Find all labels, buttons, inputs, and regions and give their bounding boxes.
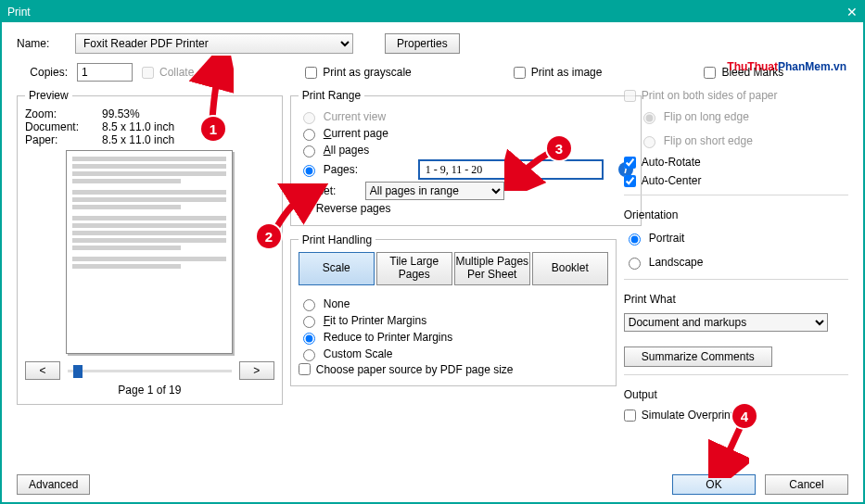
- flip-long-radio: Flip on long edge: [639, 109, 848, 124]
- fit-radio[interactable]: Fit to Printer Margins: [299, 313, 608, 328]
- current-view-radio: Current view: [299, 109, 633, 124]
- auto-center-checkbox[interactable]: Auto-Center: [624, 174, 848, 187]
- watermark: ThuThuatPhanMem.vn: [727, 52, 846, 76]
- subset-select[interactable]: All pages in range: [365, 182, 504, 200]
- callout-3: 3: [547, 136, 571, 160]
- all-pages-radio[interactable]: All pages: [299, 143, 633, 158]
- preview-group: Preview Zoom:99.53% Document:8.5 x 11.0 …: [17, 89, 283, 405]
- close-icon[interactable]: ✕: [846, 5, 858, 19]
- window-title: Print: [7, 6, 31, 19]
- current-page-radio[interactable]: Current page: [299, 126, 633, 141]
- output-label: Output: [624, 388, 848, 401]
- print-as-image-checkbox[interactable]: Print as image: [514, 66, 603, 79]
- none-radio[interactable]: None: [299, 296, 608, 311]
- page-slider[interactable]: [68, 370, 232, 372]
- custom-scale-radio[interactable]: Custom Scale: [299, 346, 608, 361]
- flip-short-radio: Flip on short edge: [639, 133, 848, 148]
- next-page-button[interactable]: >: [239, 361, 274, 380]
- copies-label: Copies:: [17, 66, 68, 79]
- auto-rotate-checkbox[interactable]: Auto-Rotate: [624, 156, 848, 169]
- print-what-select[interactable]: Document and markups: [624, 313, 828, 332]
- booklet-tab[interactable]: Booklet: [532, 252, 608, 285]
- cancel-button[interactable]: Cancel: [765, 474, 848, 495]
- print-range-group: Print Range Current view Current page Al…: [290, 89, 642, 226]
- callout-4: 4: [732, 404, 757, 428]
- printer-select[interactable]: Foxit Reader PDF Printer: [75, 33, 353, 54]
- summarize-comments-button[interactable]: Summarize Comments: [624, 346, 772, 367]
- portrait-radio[interactable]: Portrait: [624, 231, 848, 246]
- title-bar: Print ✕: [2, 2, 863, 22]
- name-label: Name:: [17, 37, 68, 50]
- advanced-button[interactable]: Advanced: [17, 474, 90, 495]
- landscape-radio[interactable]: Landscape: [624, 255, 848, 270]
- tile-tab[interactable]: Tile Large Pages: [376, 252, 452, 285]
- callout-2: 2: [257, 224, 281, 248]
- properties-button[interactable]: Properties: [385, 33, 460, 54]
- arrow-2: [273, 183, 328, 232]
- paper-source-checkbox[interactable]: Choose paper source by PDF page size: [299, 363, 514, 376]
- arrow-1: [187, 56, 234, 122]
- arrow-4: [708, 426, 749, 478]
- preview-thumbnail: [66, 150, 233, 354]
- collate-checkbox: Collate: [142, 66, 194, 79]
- prev-page-button[interactable]: <: [25, 361, 60, 380]
- grayscale-checkbox[interactable]: Print as grayscale: [305, 66, 411, 79]
- page-indicator: Page 1 of 19: [25, 384, 274, 397]
- orientation-label: Orientation: [624, 208, 848, 221]
- pages-radio[interactable]: Pages: i: [299, 159, 633, 180]
- multiple-tab[interactable]: Multiple Pages Per Sheet: [454, 252, 530, 285]
- both-sides-checkbox: Print on both sides of paper: [624, 89, 848, 102]
- callout-1: 1: [201, 117, 225, 141]
- print-what-label: Print What: [624, 293, 848, 306]
- scale-tab[interactable]: Scale: [299, 252, 375, 285]
- reduce-radio[interactable]: Reduce to Printer Margins: [299, 330, 608, 345]
- print-handling-group: Print Handling Scale Tile Large Pages Mu…: [290, 233, 617, 387]
- preview-info: Zoom:99.53% Document:8.5 x 11.0 inch Pap…: [25, 107, 274, 146]
- copies-spinner[interactable]: [77, 63, 133, 82]
